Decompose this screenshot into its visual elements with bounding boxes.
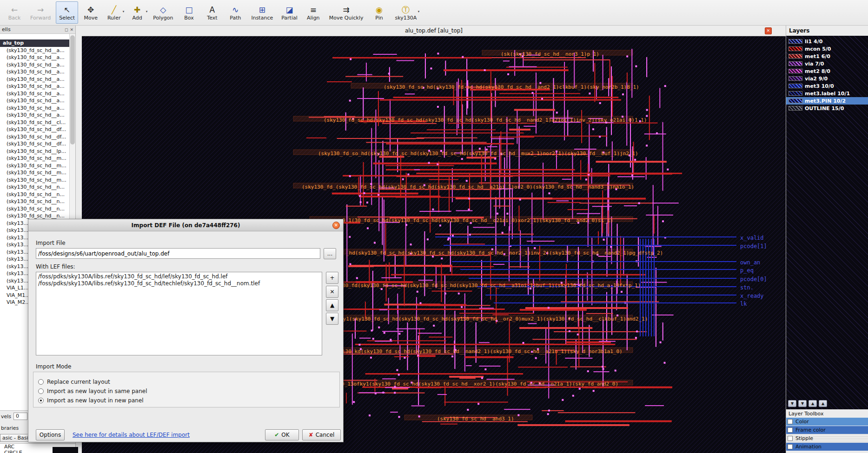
ok-button[interactable]: ✔ OK: [265, 429, 299, 440]
dialog-titlebar[interactable]: Import DEF File (on de7a448ff276) ✕: [28, 219, 343, 231]
layer-row-met2-8-0[interactable]: met2 8/0: [786, 67, 868, 75]
toolbox-row-label: Frame color: [795, 427, 826, 433]
toolbar-button-polygon[interactable]: ◇ Polygon: [150, 1, 176, 24]
toolbar-button-ruler[interactable]: ╱ Ruler ▾: [103, 1, 125, 24]
cell-tree-item[interactable]: (sky130_fd_sc_hd__a...: [0, 47, 75, 54]
toolbar-button-partial[interactable]: ◪ Partial: [278, 1, 301, 24]
chevron-down-icon[interactable]: ▾: [418, 10, 420, 13]
toolbar-button-sky130a[interactable]: Ⓣ sky130A ▾: [391, 1, 420, 24]
dialog-close-icon[interactable]: ✕: [332, 222, 340, 229]
move-lef-up-button[interactable]: ▲: [326, 299, 338, 311]
remove-lef-file-button[interactable]: ✕: [326, 286, 338, 298]
layer-row-met3-pin-10-2[interactable]: met3.PIN 10/2: [786, 97, 868, 105]
checkbox-icon[interactable]: [788, 436, 793, 441]
cell-tree-item[interactable]: (sky130_fd_sc_hd__a...: [0, 83, 75, 90]
layer-scroll-button-3[interactable]: ▲: [819, 400, 827, 407]
cell-tree-item[interactable]: (sky130_fd_sc_hd__n...: [0, 205, 75, 213]
import-mode-radio-import-as-new-layout-in-new-panel[interactable]: Import as new layout in new panel: [38, 396, 339, 404]
cell-tree-item[interactable]: (sky130_fd_sc_hd__cl...: [0, 119, 75, 126]
layer-row-met3-10-0[interactable]: met3 10/0: [786, 82, 868, 90]
cell-tree-item[interactable]: (sky130_fd_sc_hd__a...: [0, 90, 75, 98]
cell-tree-item[interactable]: (sky130_fd_sc_hd__a...: [0, 76, 75, 83]
layer-toolbox-row-stipple[interactable]: Stipple: [786, 434, 868, 442]
levels-spinbox[interactable]: 0: [13, 413, 27, 420]
cell-tree-item[interactable]: (sky130_fd_sc_hd__m...: [0, 177, 75, 184]
checkbox-icon[interactable]: [788, 444, 793, 449]
cell-tree-item[interactable]: (sky130_fd_sc_hd__a...: [0, 112, 75, 119]
import-file-input[interactable]: [36, 248, 320, 259]
pin-label: stn.: [740, 284, 754, 291]
cell-tree-item[interactable]: (sky130_fd_sc_hd__a...: [0, 105, 75, 112]
layer-row-met3-label-10-1[interactable]: met3.label 10/1: [786, 90, 868, 97]
checkbox-icon[interactable]: [788, 427, 793, 433]
options-button[interactable]: Options: [36, 429, 65, 440]
checkbox-icon[interactable]: [788, 419, 793, 424]
tool-label: Path: [230, 15, 241, 21]
toolbar-button-back[interactable]: ← Back: [4, 1, 25, 24]
toolbar-button-path[interactable]: ∿ Path: [225, 1, 246, 24]
lef-file-item[interactable]: /foss/pdks/sky130A/libs.ref/sky130_fd_sc…: [36, 273, 322, 280]
layer-row-via2-9-0[interactable]: via2 9/0: [786, 75, 868, 82]
cell-tree-item[interactable]: (sky130_fd_sc_hd__n...: [0, 191, 75, 198]
scrollbar-thumb[interactable]: [70, 35, 75, 144]
layer-row-met1-6-0[interactable]: met1 6/0: [786, 53, 868, 60]
layout-tab-title: alu_top.def [alu_top] ✕: [82, 26, 786, 36]
browse-button[interactable]: ...: [324, 248, 336, 259]
pin-icon: ◉: [376, 5, 383, 15]
cell-instance-label: (sky130_fd_so_hd(sky130_fd_sc_hd(sky130_…: [324, 117, 647, 123]
cell-tree-item[interactable]: (sky130_fd_sc_hd__df...: [0, 140, 75, 148]
move-lef-down-button[interactable]: ▼: [326, 313, 338, 325]
float-panel-icon[interactable]: ◻: [65, 27, 68, 32]
toolbar-button-pin[interactable]: ◉ Pin: [368, 1, 390, 24]
layer-row-li1-4-0[interactable]: li1 4/0: [786, 38, 868, 45]
chevron-down-icon[interactable]: ▾: [123, 10, 125, 13]
tool-label: sky130A: [395, 15, 417, 21]
import-mode-radio-import-as-new-layout-in-same-panel[interactable]: Import as new layout in same panel: [38, 387, 339, 395]
cell-tree-item[interactable]: (sky130_fd_sc_hd__df...: [0, 126, 75, 133]
layer-toolbox-row-color[interactable]: Color: [786, 418, 868, 426]
close-layout-icon[interactable]: ✕: [765, 27, 772, 34]
cell-tree-item[interactable]: (sky130_fd_sc_hd__n...: [0, 184, 75, 191]
path-icon: ∿: [232, 5, 239, 15]
chevron-down-icon[interactable]: ▾: [146, 10, 148, 13]
cell-tree-item[interactable]: (sky130_fd_sc_hd__a...: [0, 68, 75, 76]
lef-file-item[interactable]: /foss/pdks/sky130A/libs.ref/sky130_fd_sc…: [36, 280, 322, 287]
layer-scroll-button-1[interactable]: ▼: [798, 400, 807, 407]
lef-files-listbox[interactable]: /foss/pdks/sky130A/libs.ref/sky130_fd_sc…: [36, 272, 322, 355]
layer-swatch: [788, 84, 802, 88]
toolbar-button-instance[interactable]: ⊞ Instance: [248, 1, 276, 24]
layer-toolbox-row-animation[interactable]: Animation: [786, 443, 868, 451]
cell-tree-item[interactable]: (sky130_fd_sc_hd__m...: [0, 162, 75, 170]
layer-name: met2 8/0: [805, 68, 830, 74]
layer-row-via-7-0[interactable]: via 7/0: [786, 60, 868, 67]
cell-tree-item[interactable]: (sky130_fd_sc_hd__a...: [0, 54, 75, 61]
toolbar-button-box[interactable]: □ Box: [178, 1, 199, 24]
cell-tree-item[interactable]: (sky130_fd_sc_hd__lp...: [0, 148, 75, 155]
close-panel-icon[interactable]: ✕: [70, 27, 73, 32]
add-lef-file-button[interactable]: +: [326, 272, 338, 284]
cancel-button[interactable]: ✘ Cancel: [302, 429, 341, 440]
import-mode-radio-replace-current-layout[interactable]: Replace current layout: [38, 378, 339, 386]
cell-tree-item[interactable]: alu_top: [0, 39, 75, 47]
toolbar-button-forward[interactable]: → Forward: [27, 1, 54, 24]
toolbar-button-text[interactable]: A Text: [201, 1, 223, 24]
toolbar-button-add[interactable]: ✚ Add ▾: [126, 1, 148, 24]
toolbar-button-move-quickly[interactable]: ⇉ Move Quickly: [326, 1, 367, 24]
layer-scroll-button-2[interactable]: ▲: [808, 400, 817, 407]
toolbar-button-select[interactable]: ↖ Select: [56, 1, 78, 24]
toolbar-button-align[interactable]: ≡ Align: [303, 1, 324, 24]
cell-tree-item[interactable]: (sky130_fd_sc_hd__m...: [0, 155, 75, 162]
layer-row-mcon-5-0[interactable]: mcon 5/0: [786, 45, 868, 53]
cell-tree-item[interactable]: (sky130_fd_sc_hd__a...: [0, 61, 75, 69]
layer-toolbox-row-frame-color[interactable]: Frame color: [786, 426, 868, 434]
cell-instance-label: (sky130_fd_so_hd(sky130_fd_sc_hd(sky130_…: [318, 151, 638, 157]
cell-tree-item[interactable]: (sky130_fd_sc_hd__n...: [0, 198, 75, 205]
cell-tree-item[interactable]: (sky130_fd_sc_hd__a...: [0, 97, 75, 105]
cell-tree-item[interactable]: (sky130_fd_sc_hd__df...: [0, 133, 75, 141]
cell-tree-item[interactable]: (sky130_fd_sc_hd__m...: [0, 169, 75, 177]
tool-label: Pin: [375, 15, 383, 21]
lef-def-help-link[interactable]: See here for details about LEF/DEF impor…: [73, 432, 190, 438]
layer-scroll-button-0[interactable]: ▼: [788, 400, 796, 407]
toolbar-button-move[interactable]: ✥ Move: [80, 1, 101, 24]
layer-row-outline-15-0[interactable]: OUTLINE 15/0: [786, 105, 868, 112]
